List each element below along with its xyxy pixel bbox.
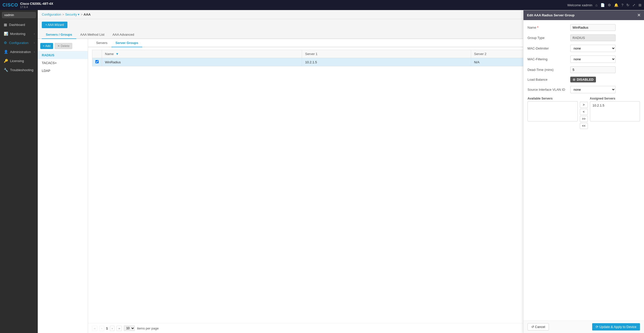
col-header-name: Name ▼ (102, 50, 302, 58)
help-icon[interactable]: ? (621, 3, 623, 7)
close-icon[interactable]: ✕ (637, 13, 640, 18)
row-checkbox[interactable] (95, 60, 99, 63)
aaa-wizard-button[interactable]: + AAA Wizard (42, 22, 67, 28)
load-balance-toggle[interactable]: DISABLED (570, 77, 596, 82)
sidebar-item-administration[interactable]: 👤 Administration › (0, 47, 38, 56)
sidebar-label-dashboard: Dashboard (9, 23, 35, 27)
mac-delimiter-label: MAC-Delimiter (527, 46, 568, 50)
form-row-group-type: Group Type RADIUS (527, 34, 640, 41)
tab-aaa-advanced[interactable]: AAA Advanced (108, 31, 138, 39)
chevron-monitoring-icon: › (34, 32, 35, 35)
row-checkbox-cell (92, 58, 102, 66)
administration-icon: 👤 (4, 50, 8, 54)
form-row-load-balance: Load Balance DISABLED (527, 77, 640, 82)
name-input[interactable] (570, 24, 616, 31)
subtab-servers[interactable]: Servers (92, 39, 111, 47)
tab-servers-groups[interactable]: Servers / Groups (42, 31, 76, 39)
dead-time-input[interactable] (570, 66, 616, 73)
group-type-value: RADIUS (570, 34, 616, 41)
tab-aaa-method[interactable]: AAA Method List (76, 31, 108, 39)
add-button[interactable]: + Add (40, 43, 53, 49)
sidebar-items: ▦ Dashboard 📊 Monitoring › ⚙ Configurati… (0, 20, 38, 74)
sidebar-item-troubleshooting[interactable]: 🔧 Troubleshooting (0, 65, 38, 74)
available-servers-list[interactable] (527, 101, 578, 121)
device-ip: 17.6.4 (20, 6, 53, 9)
search-input[interactable] (2, 12, 36, 18)
form-row-name: Name (527, 24, 640, 31)
cancel-button[interactable]: ↺ Cancel (527, 323, 549, 330)
top-bar-right: Welcome xadmin ⌂ 📄 ⚙ 🔔 ? ↻ ⤢ ⊞ (567, 3, 641, 7)
sidebar-item-licensing[interactable]: 🔑 Licensing (0, 56, 38, 65)
group-type-label: Group Type (527, 36, 568, 40)
sidebar-label-licensing: Licensing (10, 59, 35, 63)
protocol-toolbar: + Add ✕ Delete (38, 41, 88, 51)
pag-last-btn[interactable]: » (117, 326, 122, 331)
chevron-administration-icon: › (34, 51, 35, 53)
sidebar-item-monitoring[interactable]: 📊 Monitoring › (0, 29, 38, 38)
protocol-item-radius[interactable]: RADIUS (38, 51, 88, 59)
available-servers-box: Available Servers (527, 97, 578, 121)
docs-icon[interactable]: 📄 (600, 3, 605, 7)
toggle-dot (573, 78, 575, 81)
expand-icon[interactable]: ⤢ (632, 3, 635, 7)
filter-icon[interactable]: ▼ (116, 52, 119, 56)
transfer-left-btn[interactable]: < (580, 109, 588, 115)
sidebar-label-monitoring: Monitoring (10, 32, 32, 36)
monitoring-icon: 📊 (4, 32, 8, 36)
subtab-server-groups[interactable]: Server Groups (111, 39, 142, 47)
pag-current-page: 1 (106, 326, 108, 330)
assigned-servers-box: Assigned Servers 10.2.1.5 (590, 97, 640, 121)
sidebar-item-dashboard[interactable]: ▦ Dashboard (0, 20, 38, 29)
edit-panel-body: Name Group Type RADIUS MAC-Delimiter non… (523, 20, 644, 320)
welcome-text: Welcome xadmin (567, 3, 592, 7)
transfer-buttons: > < >> << (580, 97, 588, 129)
sidebar-label-troubleshooting: Troubleshooting (10, 68, 35, 72)
breadcrumb-security[interactable]: Security ▾ (65, 13, 80, 16)
source-interface-label: Source Interface VLAN ID (527, 88, 568, 91)
pag-prev-btn[interactable]: ‹ (99, 326, 104, 331)
servers-section: Available Servers > < >> << Assigned Ser… (527, 97, 640, 129)
settings-icon[interactable]: ⚙ (608, 3, 611, 7)
edit-panel: Edit AAA Radius Server Group ✕ Name Grou… (523, 10, 644, 333)
edit-panel-title: Edit AAA Radius Server Group (527, 13, 575, 17)
refresh-icon[interactable]: ↻ (626, 3, 629, 7)
breadcrumb-sep-2: > (81, 13, 83, 16)
protocol-item-ldap[interactable]: LDAP (38, 67, 88, 75)
apps-icon[interactable]: ⊞ (638, 3, 641, 7)
breadcrumb-configuration[interactable]: Configuration (42, 13, 61, 16)
sidebar: ▦ Dashboard 📊 Monitoring › ⚙ Configurati… (0, 10, 38, 333)
protocol-item-tacacs[interactable]: TACACS+ (38, 59, 88, 67)
top-bar-left: CISCO Cisco C9200L-48T-4X 17.6.4 (3, 2, 53, 9)
transfer-all-right-btn[interactable]: >> (580, 116, 588, 122)
main-layout: ▦ Dashboard 📊 Monitoring › ⚙ Configurati… (0, 10, 644, 333)
chevron-configuration-icon: › (34, 41, 35, 44)
pag-first-btn[interactable]: « (92, 326, 97, 331)
load-balance-value: DISABLED (577, 78, 593, 81)
form-row-dead-time: Dead-Time (mins) (527, 66, 640, 73)
bell-icon[interactable]: 🔔 (614, 3, 618, 7)
mac-filtering-select[interactable]: none mac elin (570, 56, 616, 63)
update-apply-button[interactable]: ⟳ Update & Apply to Device (592, 323, 640, 330)
licensing-icon: 🔑 (4, 59, 8, 63)
pag-next-btn[interactable]: › (110, 326, 115, 331)
top-bar: CISCO Cisco C9200L-48T-4X 17.6.4 Welcome… (0, 0, 644, 10)
mac-delimiter-select[interactable]: none - : . (570, 45, 616, 52)
delete-button[interactable]: ✕ Delete (55, 43, 72, 49)
sidebar-item-configuration[interactable]: ⚙ Configuration › (0, 38, 38, 47)
form-row-source-interface: Source Interface VLAN ID none (527, 86, 640, 93)
assigned-servers-list[interactable]: 10.2.1.5 (590, 101, 640, 121)
breadcrumb-aaa: AAA (84, 13, 91, 16)
items-per-page-select[interactable]: 10 25 50 (124, 325, 135, 331)
transfer-all-left-btn[interactable]: << (580, 123, 588, 129)
home-icon[interactable]: ⌂ (595, 3, 597, 7)
breadcrumb-sep-1: > (62, 13, 64, 16)
dead-time-label: Dead-Time (mins) (527, 68, 568, 72)
transfer-right-btn[interactable]: > (580, 102, 588, 108)
form-row-mac-filtering: MAC-Filtering none mac elin (527, 56, 640, 63)
assigned-server-entry: 10.2.1.5 (591, 103, 639, 108)
row-name-cell: WinRadius (102, 58, 302, 66)
col-header-server1: Server 1 (302, 50, 471, 58)
source-interface-select[interactable]: none (570, 86, 616, 93)
cisco-logo: CISCO (3, 3, 18, 8)
items-per-page-label: items per page (137, 326, 159, 330)
